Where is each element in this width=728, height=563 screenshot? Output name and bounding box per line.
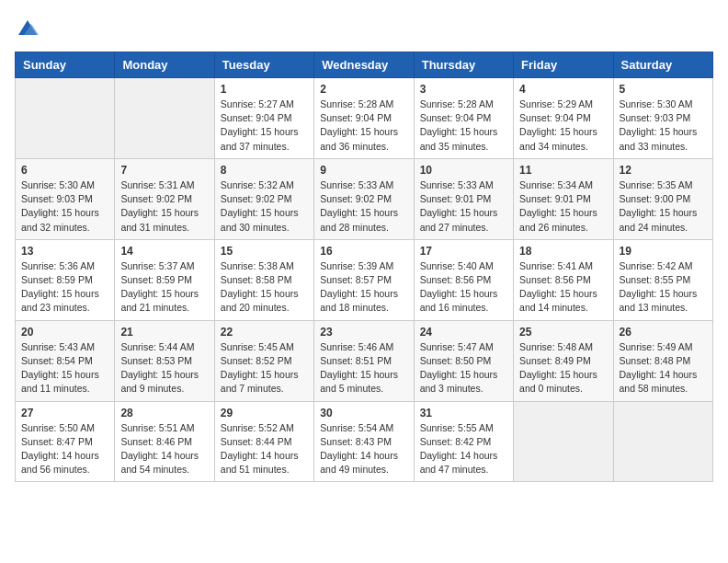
calendar-cell: 22Sunrise: 5:45 AMSunset: 8:52 PMDayligh… (214, 320, 313, 401)
day-number: 19 (620, 245, 707, 258)
day-number: 24 (420, 326, 507, 339)
weekday-header-saturday: Saturday (613, 52, 712, 78)
calendar-cell: 16Sunrise: 5:39 AMSunset: 8:57 PMDayligh… (314, 239, 414, 320)
calendar-cell: 4Sunrise: 5:29 AMSunset: 9:04 PMDaylight… (514, 78, 613, 159)
calendar-cell: 13Sunrise: 5:36 AMSunset: 8:59 PMDayligh… (16, 239, 115, 320)
calendar-header-row: SundayMondayTuesdayWednesdayThursdayFrid… (16, 52, 713, 78)
day-number: 18 (519, 245, 607, 258)
day-info: Sunrise: 5:43 AMSunset: 8:54 PMDaylight:… (21, 340, 108, 396)
calendar-cell: 14Sunrise: 5:37 AMSunset: 8:59 PMDayligh… (115, 239, 214, 320)
day-number: 2 (320, 83, 407, 96)
calendar-cell: 7Sunrise: 5:31 AMSunset: 9:02 PMDaylight… (115, 158, 214, 239)
calendar-cell: 24Sunrise: 5:47 AMSunset: 8:50 PMDayligh… (414, 320, 513, 401)
calendar-cell: 12Sunrise: 5:35 AMSunset: 9:00 PMDayligh… (613, 158, 712, 239)
day-info: Sunrise: 5:48 AMSunset: 8:49 PMDaylight:… (519, 340, 607, 396)
calendar-cell: 23Sunrise: 5:46 AMSunset: 8:51 PMDayligh… (314, 320, 414, 401)
day-number: 8 (221, 164, 308, 177)
day-number: 14 (120, 245, 208, 258)
day-info: Sunrise: 5:54 AMSunset: 8:43 PMDaylight:… (320, 421, 407, 477)
weekday-header-thursday: Thursday (414, 52, 513, 78)
day-info: Sunrise: 5:44 AMSunset: 8:53 PMDaylight:… (120, 340, 208, 396)
calendar-cell: 29Sunrise: 5:52 AMSunset: 8:44 PMDayligh… (214, 401, 313, 482)
day-number: 3 (420, 83, 507, 96)
calendar-week-row: 1Sunrise: 5:27 AMSunset: 9:04 PMDaylight… (16, 78, 713, 159)
day-info: Sunrise: 5:28 AMSunset: 9:04 PMDaylight:… (320, 98, 407, 154)
day-info: Sunrise: 5:31 AMSunset: 9:02 PMDaylight:… (120, 178, 208, 235)
calendar-cell: 5Sunrise: 5:30 AMSunset: 9:03 PMDaylight… (613, 78, 712, 159)
day-number: 4 (519, 83, 607, 96)
day-number: 29 (221, 407, 308, 419)
day-info: Sunrise: 5:55 AMSunset: 8:42 PMDaylight:… (420, 421, 507, 477)
day-info: Sunrise: 5:32 AMSunset: 9:02 PMDaylight:… (221, 178, 308, 235)
day-info: Sunrise: 5:33 AMSunset: 9:02 PMDaylight:… (320, 178, 407, 235)
day-number: 17 (420, 245, 507, 258)
calendar-cell (16, 78, 115, 159)
day-info: Sunrise: 5:41 AMSunset: 8:56 PMDaylight:… (519, 259, 607, 316)
calendar-cell: 19Sunrise: 5:42 AMSunset: 8:55 PMDayligh… (613, 239, 712, 320)
weekday-header-monday: Monday (115, 52, 214, 78)
calendar-cell: 8Sunrise: 5:32 AMSunset: 9:02 PMDaylight… (214, 158, 313, 239)
day-number: 20 (21, 326, 108, 339)
day-number: 28 (120, 407, 208, 419)
day-number: 13 (21, 245, 108, 258)
calendar-cell: 31Sunrise: 5:55 AMSunset: 8:42 PMDayligh… (414, 401, 513, 482)
day-info: Sunrise: 5:47 AMSunset: 8:50 PMDaylight:… (420, 340, 507, 396)
calendar-cell: 11Sunrise: 5:34 AMSunset: 9:01 PMDayligh… (514, 158, 613, 239)
calendar-cell: 27Sunrise: 5:50 AMSunset: 8:47 PMDayligh… (16, 401, 115, 482)
calendar-cell: 20Sunrise: 5:43 AMSunset: 8:54 PMDayligh… (16, 320, 115, 401)
day-info: Sunrise: 5:35 AMSunset: 9:00 PMDaylight:… (620, 178, 707, 235)
day-number: 25 (519, 326, 607, 339)
day-number: 5 (620, 83, 707, 96)
day-number: 30 (320, 407, 407, 419)
day-number: 7 (120, 164, 208, 177)
calendar-cell: 30Sunrise: 5:54 AMSunset: 8:43 PMDayligh… (314, 401, 414, 482)
calendar-cell (514, 401, 613, 482)
day-info: Sunrise: 5:30 AMSunset: 9:03 PMDaylight:… (620, 98, 707, 154)
day-info: Sunrise: 5:29 AMSunset: 9:04 PMDaylight:… (519, 98, 607, 154)
calendar-week-row: 20Sunrise: 5:43 AMSunset: 8:54 PMDayligh… (16, 320, 713, 401)
day-number: 10 (420, 164, 507, 177)
calendar-cell: 1Sunrise: 5:27 AMSunset: 9:04 PMDaylight… (214, 78, 313, 159)
calendar-cell: 18Sunrise: 5:41 AMSunset: 8:56 PMDayligh… (514, 239, 613, 320)
day-info: Sunrise: 5:49 AMSunset: 8:48 PMDaylight:… (620, 340, 707, 396)
logo-icon (15, 15, 40, 40)
day-number: 16 (320, 245, 407, 258)
calendar-week-row: 6Sunrise: 5:30 AMSunset: 9:03 PMDaylight… (16, 158, 713, 239)
day-number: 9 (320, 164, 407, 177)
day-info: Sunrise: 5:42 AMSunset: 8:55 PMDaylight:… (620, 259, 707, 316)
calendar-cell: 6Sunrise: 5:30 AMSunset: 9:03 PMDaylight… (16, 158, 115, 239)
calendar-week-row: 27Sunrise: 5:50 AMSunset: 8:47 PMDayligh… (16, 401, 713, 482)
day-info: Sunrise: 5:38 AMSunset: 8:58 PMDaylight:… (221, 259, 308, 316)
day-info: Sunrise: 5:34 AMSunset: 9:01 PMDaylight:… (519, 178, 607, 235)
calendar-cell: 26Sunrise: 5:49 AMSunset: 8:48 PMDayligh… (613, 320, 712, 401)
day-number: 22 (221, 326, 308, 339)
weekday-header-friday: Friday (514, 52, 613, 78)
weekday-header-sunday: Sunday (16, 52, 115, 78)
day-info: Sunrise: 5:46 AMSunset: 8:51 PMDaylight:… (320, 340, 407, 396)
calendar-cell (115, 78, 214, 159)
calendar-cell: 17Sunrise: 5:40 AMSunset: 8:56 PMDayligh… (414, 239, 513, 320)
calendar-cell: 3Sunrise: 5:28 AMSunset: 9:04 PMDaylight… (414, 78, 513, 159)
day-number: 31 (420, 407, 507, 419)
logo (15, 15, 44, 40)
day-info: Sunrise: 5:36 AMSunset: 8:59 PMDaylight:… (21, 259, 108, 316)
calendar-table: SundayMondayTuesdayWednesdayThursdayFrid… (15, 52, 713, 482)
day-info: Sunrise: 5:51 AMSunset: 8:46 PMDaylight:… (120, 421, 208, 477)
day-info: Sunrise: 5:37 AMSunset: 8:59 PMDaylight:… (120, 259, 208, 316)
day-info: Sunrise: 5:50 AMSunset: 8:47 PMDaylight:… (21, 421, 108, 477)
day-info: Sunrise: 5:39 AMSunset: 8:57 PMDaylight:… (320, 259, 407, 316)
page-header (15, 15, 713, 40)
calendar-cell: 10Sunrise: 5:33 AMSunset: 9:01 PMDayligh… (414, 158, 513, 239)
calendar-cell: 9Sunrise: 5:33 AMSunset: 9:02 PMDaylight… (314, 158, 414, 239)
calendar-week-row: 13Sunrise: 5:36 AMSunset: 8:59 PMDayligh… (16, 239, 713, 320)
calendar-cell: 25Sunrise: 5:48 AMSunset: 8:49 PMDayligh… (514, 320, 613, 401)
day-info: Sunrise: 5:28 AMSunset: 9:04 PMDaylight:… (420, 98, 507, 154)
day-info: Sunrise: 5:27 AMSunset: 9:04 PMDaylight:… (221, 98, 308, 154)
calendar-cell: 21Sunrise: 5:44 AMSunset: 8:53 PMDayligh… (115, 320, 214, 401)
day-info: Sunrise: 5:45 AMSunset: 8:52 PMDaylight:… (221, 340, 308, 396)
calendar-cell: 28Sunrise: 5:51 AMSunset: 8:46 PMDayligh… (115, 401, 214, 482)
weekday-header-tuesday: Tuesday (214, 52, 313, 78)
calendar-cell: 15Sunrise: 5:38 AMSunset: 8:58 PMDayligh… (214, 239, 313, 320)
day-number: 12 (620, 164, 707, 177)
weekday-header-wednesday: Wednesday (314, 52, 414, 78)
